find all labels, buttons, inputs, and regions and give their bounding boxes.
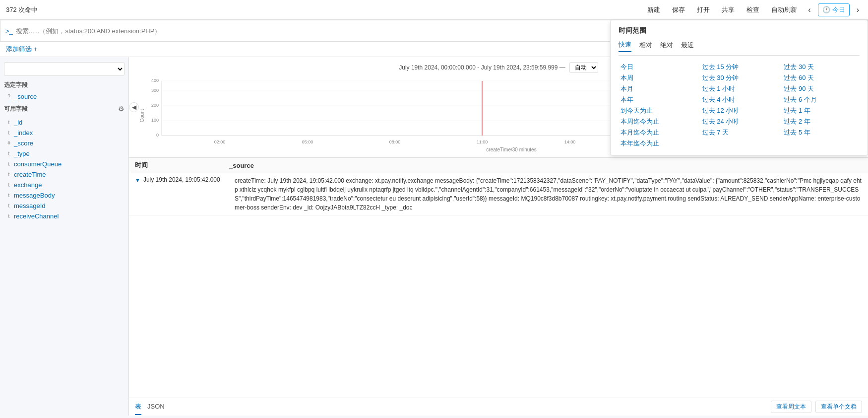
tab-recent[interactable]: 最近	[681, 40, 694, 52]
topbar-left: 372 次命中	[6, 5, 38, 14]
available-fields-title: 可用字段	[4, 105, 28, 113]
tab-quick[interactable]: 快速	[619, 40, 631, 52]
chart-date-range: July 19th 2024, 00:00:00.000 - July 19th…	[399, 64, 565, 71]
index-select[interactable]	[4, 62, 124, 76]
field-item-score[interactable]: # _score	[4, 138, 124, 148]
add-filter-button[interactable]: 添加筛选 +	[6, 45, 37, 54]
results-area[interactable]: 时间 _source ▼ July 19th 2024, 19:05:42.00…	[129, 158, 868, 398]
time-option-60d[interactable]: 过去 60 天	[782, 72, 816, 83]
svg-text:0: 0	[156, 133, 159, 138]
col-time-header: 时间	[135, 161, 229, 170]
sidebar: 选定字段 ? _source 可用字段 ⚙ t _id t _index # _…	[0, 57, 129, 416]
tab-table[interactable]: 表	[135, 399, 141, 415]
fields-settings-icon[interactable]: ⚙	[118, 105, 124, 113]
svg-text:200: 200	[151, 103, 159, 108]
svg-text:300: 300	[151, 88, 159, 93]
time-option-30d[interactable]: 过去 30 天	[782, 62, 816, 72]
time-option-12h[interactable]: 过去 12 小时	[700, 105, 741, 116]
result-row-main[interactable]: ▼ July 19th 2024, 19:05:42.000 createTim…	[129, 173, 868, 215]
field-item-messagebody[interactable]: t messageBody	[4, 190, 124, 201]
row-expand-toggle[interactable]: ▼	[135, 177, 140, 183]
view-single-doc-button[interactable]: 查看单个文档	[815, 401, 862, 413]
svg-text:02:00: 02:00	[214, 139, 226, 144]
time-option-1y[interactable]: 过去 1 年	[782, 105, 812, 116]
tab-json[interactable]: JSON	[147, 400, 165, 414]
time-col-1: 今日 本周 本月 本年 到今天为止 本周迄今为止 本月迄今为止 本年迄今为止	[619, 62, 696, 149]
time-option-today[interactable]: 今日	[619, 62, 635, 72]
table-row: ▼ July 19th 2024, 19:05:42.000 createTim…	[129, 173, 868, 215]
time-option-2y[interactable]: 过去 2 年	[782, 116, 812, 127]
svg-text:05:00: 05:00	[302, 139, 313, 144]
time-range-title: 时间范围	[619, 26, 860, 35]
bottom-actions: 查看周文本 查看单个文档	[771, 401, 862, 413]
time-option-year[interactable]: 本年	[619, 94, 635, 105]
time-col-2: 过去 15 分钟 过去 30 分钟 过去 1 小时 过去 4 小时 过去 12 …	[700, 62, 778, 149]
field-item-messageid[interactable]: t messageId	[4, 201, 124, 211]
time-option-6mo[interactable]: 过去 6 个月	[782, 94, 818, 105]
time-option-90d[interactable]: 过去 90 天	[782, 83, 816, 94]
time-range-grid: 今日 本周 本月 本年 到今天为止 本周迄今为止 本月迄今为止 本年迄今为止 过…	[619, 62, 860, 149]
col-source-header: _source	[229, 162, 862, 169]
time-option-24h[interactable]: 过去 24 小时	[700, 116, 741, 127]
results-header: 时间 _source	[129, 158, 868, 173]
search-prompt: >_	[5, 27, 13, 35]
time-option-30m[interactable]: 过去 30 分钟	[700, 72, 741, 83]
time-option-15m[interactable]: 过去 15 分钟	[700, 62, 741, 72]
sidebar-dropdown	[4, 62, 124, 76]
row-source: createTime: July 19th 2024, 19:05:42.000…	[235, 176, 862, 212]
svg-text:Count: Count	[139, 109, 145, 122]
svg-text:11:00: 11:00	[477, 139, 488, 144]
row-time: July 19th 2024, 19:05:42.000	[143, 176, 235, 183]
inspect-button[interactable]: 检查	[743, 3, 763, 16]
field-item-createtime[interactable]: t createTime	[4, 169, 124, 180]
time-option-week[interactable]: 本周	[619, 72, 635, 83]
open-button[interactable]: 打开	[693, 3, 714, 16]
field-item-index[interactable]: t _index	[4, 128, 124, 138]
field-item-source-selected[interactable]: ? _source	[4, 91, 124, 102]
chart-interval-select[interactable]: 自动	[569, 62, 598, 73]
selected-fields-title: 选定字段	[4, 81, 124, 89]
new-button[interactable]: 新建	[643, 3, 664, 16]
hit-count: 372 次命中	[6, 5, 38, 14]
bottom-tabs: 表 JSON 查看周文本 查看单个文档	[129, 398, 868, 416]
nav-prev-button[interactable]: ‹	[805, 4, 813, 15]
clock-icon: 🕐	[822, 6, 830, 13]
time-option-today-so-far[interactable]: 到今天为止	[619, 105, 655, 116]
topbar-right: 新建 保存 打开 共享 检查 自动刷新 ‹ 🕐 今日 ›	[643, 3, 862, 16]
svg-text:14:00: 14:00	[564, 139, 576, 144]
tab-absolute[interactable]: 绝对	[660, 40, 673, 52]
field-item-exchange[interactable]: t exchange	[4, 180, 124, 190]
tab-relative[interactable]: 相对	[639, 40, 652, 52]
svg-text:08:00: 08:00	[389, 139, 401, 144]
field-name-source: _source	[14, 93, 37, 100]
save-button[interactable]: 保存	[668, 3, 689, 16]
time-option-week-to-date[interactable]: 本周迄今为止	[619, 116, 661, 127]
time-option-4h[interactable]: 过去 4 小时	[700, 94, 737, 105]
time-option-5y[interactable]: 过去 5 年	[782, 127, 812, 138]
time-option-7d[interactable]: 过去 7 天	[700, 127, 731, 138]
share-button[interactable]: 共享	[718, 3, 739, 16]
today-button[interactable]: 🕐 今日	[818, 3, 850, 16]
time-col-3: 过去 30 天 过去 60 天 过去 90 天 过去 6 个月 过去 1 年 过…	[782, 62, 860, 149]
time-option-1h[interactable]: 过去 1 小时	[700, 83, 737, 94]
field-item-receivechannel[interactable]: t receiveChannel	[4, 211, 124, 221]
field-item-id[interactable]: t _id	[4, 117, 124, 128]
nav-next-button[interactable]: ›	[854, 4, 862, 15]
field-item-consumerqueue[interactable]: t consumerQueue	[4, 159, 124, 169]
time-range-tabs: 快速 相对 绝对 最近	[619, 40, 860, 56]
field-item-type[interactable]: t _type	[4, 148, 124, 159]
view-surrounding-docs-button[interactable]: 查看周文本	[771, 401, 811, 413]
topbar: 372 次命中 新建 保存 打开 共享 检查 自动刷新 ‹ 🕐 今日 ›	[0, 0, 868, 20]
svg-text:createTime/30 minutes: createTime/30 minutes	[486, 147, 536, 152]
time-option-year-to-date[interactable]: 本年迄今为止	[619, 138, 661, 149]
svg-text:100: 100	[151, 118, 159, 123]
auto-refresh-button[interactable]: 自动刷新	[767, 3, 801, 16]
svg-text:400: 400	[151, 78, 159, 83]
time-option-month-to-date[interactable]: 本月迄今为止	[619, 127, 661, 138]
time-option-month[interactable]: 本月	[619, 83, 635, 94]
available-fields-header: 可用字段 ⚙	[4, 102, 124, 115]
time-range-panel: 时间范围 快速 相对 绝对 最近 今日 本周 本月 本年 到今天为止 本周迄今为…	[610, 20, 868, 155]
field-type-source: ?	[6, 94, 12, 99]
